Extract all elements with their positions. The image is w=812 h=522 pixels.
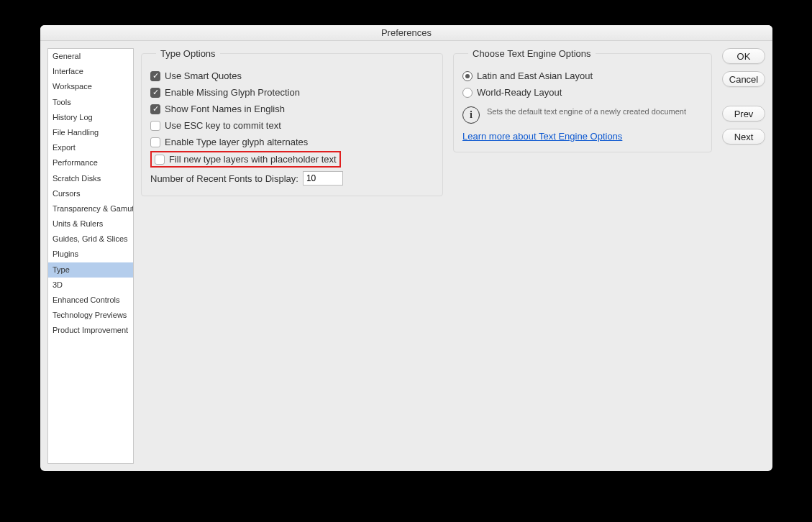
sidebar-item-general[interactable]: General: [48, 49, 133, 64]
sidebar-item-workspace[interactable]: Workspace: [48, 79, 133, 94]
checkbox-esc-commit[interactable]: [150, 121, 160, 131]
sidebar-item-performance[interactable]: Performance: [48, 155, 133, 170]
sidebar-item-technology-previews[interactable]: Technology Previews: [48, 308, 133, 323]
sidebar-item-guides-grid-slices[interactable]: Guides, Grid & Slices: [48, 232, 133, 247]
recent-fonts-row: Number of Recent Fonts to Display:: [150, 168, 434, 186]
sidebar-item-type[interactable]: Type: [48, 262, 133, 278]
recent-fonts-label: Number of Recent Fonts to Display:: [150, 173, 298, 184]
sidebar-item-interface[interactable]: Interface: [48, 64, 133, 79]
window-title: Preferences: [40, 25, 772, 41]
recent-fonts-input[interactable]: [303, 171, 343, 186]
info-row: i Sets the default text engine of a newl…: [462, 101, 703, 128]
sidebar-item-history-log[interactable]: History Log: [48, 110, 133, 125]
highlighted-option: Fill new type layers with placeholder te…: [150, 151, 341, 168]
sidebar: General Interface Workspace Tools Histor…: [47, 48, 134, 464]
checkbox-font-names-english[interactable]: ✓: [150, 104, 160, 114]
sidebar-item-transparency-gamut[interactable]: Transparency & Gamut: [48, 201, 133, 216]
label-glyph-alternates: Enable Type layer glyph alternates: [165, 137, 308, 147]
window-content: General Interface Workspace Tools Histor…: [40, 41, 772, 471]
type-options-panel: Type Options ✓ Use Smart Quotes ✓ Enable…: [141, 48, 443, 196]
label-esc-commit: Use ESC key to commit text: [165, 120, 281, 131]
option-latin-east-asian[interactable]: Latin and East Asian Layout: [462, 68, 703, 84]
label-missing-glyph: Enable Missing Glyph Protection: [165, 87, 300, 98]
checkbox-use-smart-quotes[interactable]: ✓: [150, 71, 160, 81]
sidebar-item-export[interactable]: Export: [48, 140, 133, 155]
prev-button[interactable]: Prev: [722, 106, 765, 122]
checkbox-glyph-alternates[interactable]: [150, 137, 160, 147]
action-buttons: OK Cancel Prev Next: [722, 48, 765, 145]
radio-world-ready[interactable]: [462, 88, 473, 98]
text-engine-panel: Choose Text Engine Options Latin and Eas…: [453, 48, 712, 152]
learn-more-link[interactable]: Learn more about Text Engine Options: [462, 131, 622, 142]
sidebar-item-enhanced-controls[interactable]: Enhanced Controls: [48, 293, 133, 308]
ok-button[interactable]: OK: [722, 48, 765, 64]
label-latin-east-asian: Latin and East Asian Layout: [477, 70, 593, 81]
sidebar-item-plugins[interactable]: Plugins: [48, 247, 133, 262]
sidebar-item-3d[interactable]: 3D: [48, 278, 133, 293]
sidebar-item-cursors[interactable]: Cursors: [48, 186, 133, 201]
info-text: Sets the default text engine of a newly …: [487, 106, 686, 116]
checkbox-fill-placeholder[interactable]: [155, 155, 165, 165]
next-button[interactable]: Next: [722, 129, 765, 145]
option-font-names-english[interactable]: ✓ Show Font Names in English: [150, 101, 434, 117]
label-font-names-english: Show Font Names in English: [165, 104, 285, 114]
option-missing-glyph[interactable]: ✓ Enable Missing Glyph Protection: [150, 84, 434, 101]
sidebar-item-tools[interactable]: Tools: [48, 95, 133, 110]
option-world-ready[interactable]: World-Ready Layout: [462, 84, 703, 101]
preferences-window: Preferences General Interface Workspace …: [40, 25, 772, 471]
text-engine-legend: Choose Text Engine Options: [468, 48, 596, 59]
option-esc-commit[interactable]: Use ESC key to commit text: [150, 117, 434, 134]
main-area: Type Options ✓ Use Smart Quotes ✓ Enable…: [141, 48, 765, 464]
option-use-smart-quotes[interactable]: ✓ Use Smart Quotes: [150, 68, 434, 84]
sidebar-item-product-improvement[interactable]: Product Improvement: [48, 323, 133, 338]
label-fill-placeholder: Fill new type layers with placeholder te…: [169, 154, 337, 165]
label-use-smart-quotes: Use Smart Quotes: [165, 70, 242, 81]
sidebar-item-file-handling[interactable]: File Handling: [48, 125, 133, 140]
checkbox-missing-glyph[interactable]: ✓: [150, 88, 160, 98]
radio-latin-east-asian[interactable]: [462, 71, 473, 81]
option-glyph-alternates[interactable]: Enable Type layer glyph alternates: [150, 134, 434, 150]
info-icon: i: [462, 106, 480, 124]
sidebar-item-scratch-disks[interactable]: Scratch Disks: [48, 171, 133, 186]
label-world-ready: World-Ready Layout: [477, 87, 562, 98]
panels: Type Options ✓ Use Smart Quotes ✓ Enable…: [141, 48, 712, 196]
type-options-legend: Type Options: [156, 48, 220, 59]
cancel-button[interactable]: Cancel: [722, 71, 765, 87]
sidebar-item-units-rulers[interactable]: Units & Rulers: [48, 216, 133, 232]
